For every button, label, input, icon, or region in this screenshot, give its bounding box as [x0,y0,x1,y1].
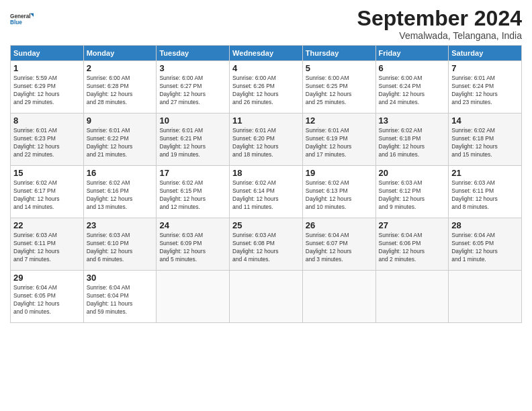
calendar-cell [449,271,522,323]
day-detail: Sunrise: 6:02 AM Sunset: 6:18 PM Dayligh… [379,127,446,159]
day-number: 18 [232,168,300,178]
calendar-cell: 19Sunrise: 6:02 AM Sunset: 6:13 PM Dayli… [302,166,375,218]
col-header-thursday: Thursday [302,46,375,61]
day-detail: Sunrise: 6:04 AM Sunset: 6:04 PM Dayligh… [87,284,154,316]
day-number: 30 [87,273,154,283]
day-number: 22 [13,220,81,230]
day-number: 8 [13,116,81,126]
day-number: 19 [306,168,373,178]
day-detail: Sunrise: 6:01 AM Sunset: 6:23 PM Dayligh… [13,127,81,159]
calendar-table: SundayMondayTuesdayWednesdayThursdayFrid… [10,45,522,323]
calendar-cell: 20Sunrise: 6:03 AM Sunset: 6:12 PM Dayli… [375,166,449,218]
day-number: 6 [379,63,446,73]
day-detail: Sunrise: 6:03 AM Sunset: 6:11 PM Dayligh… [13,232,81,264]
calendar-cell: 16Sunrise: 6:02 AM Sunset: 6:16 PM Dayli… [83,166,157,218]
day-detail: Sunrise: 6:03 AM Sunset: 6:11 PM Dayligh… [451,179,519,212]
calendar-cell: 17Sunrise: 6:02 AM Sunset: 6:15 PM Dayli… [157,166,230,218]
month-title: September 2024 [357,7,522,30]
col-header-friday: Friday [375,46,449,61]
day-number: 4 [232,63,300,73]
day-number: 14 [451,116,519,126]
day-detail: Sunrise: 6:03 AM Sunset: 6:09 PM Dayligh… [159,232,226,264]
calendar-cell: 12Sunrise: 6:01 AM Sunset: 6:19 PM Dayli… [302,113,375,166]
calendar-cell: 14Sunrise: 6:02 AM Sunset: 6:18 PM Dayli… [449,113,522,166]
calendar-cell: 25Sunrise: 6:03 AM Sunset: 6:08 PM Dayli… [230,218,303,271]
day-detail: Sunrise: 6:01 AM Sunset: 6:19 PM Dayligh… [306,127,373,159]
day-detail: Sunrise: 6:00 AM Sunset: 6:24 PM Dayligh… [379,75,446,107]
calendar-cell: 24Sunrise: 6:03 AM Sunset: 6:09 PM Dayli… [157,218,230,271]
calendar-cell: 13Sunrise: 6:02 AM Sunset: 6:18 PM Dayli… [375,113,449,166]
day-detail: Sunrise: 6:03 AM Sunset: 6:08 PM Dayligh… [232,232,300,264]
calendar-cell: 1Sunrise: 5:59 AM Sunset: 6:29 PM Daylig… [11,61,84,113]
day-detail: Sunrise: 6:03 AM Sunset: 6:12 PM Dayligh… [379,179,446,212]
calendar-cell: 5Sunrise: 6:00 AM Sunset: 6:25 PM Daylig… [302,61,375,113]
day-number: 16 [87,168,154,178]
day-detail: Sunrise: 6:01 AM Sunset: 6:22 PM Dayligh… [87,127,154,159]
day-detail: Sunrise: 6:00 AM Sunset: 6:28 PM Dayligh… [87,75,154,107]
day-number: 1 [13,63,81,73]
day-number: 13 [379,116,446,126]
col-header-tuesday: Tuesday [157,46,230,61]
day-detail: Sunrise: 6:02 AM Sunset: 6:18 PM Dayligh… [451,127,519,159]
day-number: 15 [13,168,81,178]
col-header-wednesday: Wednesday [230,46,303,61]
day-number: 26 [306,220,373,230]
day-number: 20 [379,168,446,178]
calendar-cell: 27Sunrise: 6:04 AM Sunset: 6:06 PM Dayli… [375,218,449,271]
calendar-cell: 21Sunrise: 6:03 AM Sunset: 6:11 PM Dayli… [449,166,522,218]
day-number: 9 [87,116,154,126]
day-detail: Sunrise: 5:59 AM Sunset: 6:29 PM Dayligh… [13,75,81,107]
day-detail: Sunrise: 6:02 AM Sunset: 6:16 PM Dayligh… [87,179,154,212]
day-detail: Sunrise: 6:04 AM Sunset: 6:07 PM Dayligh… [306,232,373,264]
day-detail: Sunrise: 6:02 AM Sunset: 6:15 PM Dayligh… [159,179,226,212]
header: General Blue September 2024 Vemalwada, T… [10,7,522,41]
day-detail: Sunrise: 6:01 AM Sunset: 6:24 PM Dayligh… [451,75,519,107]
logo: General Blue [10,7,34,31]
day-detail: Sunrise: 6:00 AM Sunset: 6:26 PM Dayligh… [232,75,300,107]
day-number: 24 [159,220,226,230]
calendar-cell: 4Sunrise: 6:00 AM Sunset: 6:26 PM Daylig… [230,61,303,113]
day-number: 10 [159,116,226,126]
svg-text:General: General [10,13,31,19]
day-number: 29 [13,273,81,283]
calendar-cell: 18Sunrise: 6:02 AM Sunset: 6:14 PM Dayli… [230,166,303,218]
day-number: 27 [379,220,446,230]
svg-text:Blue: Blue [10,19,22,26]
day-detail: Sunrise: 6:04 AM Sunset: 6:05 PM Dayligh… [451,232,519,264]
calendar-cell [157,271,230,323]
calendar-cell [375,271,449,323]
day-detail: Sunrise: 6:02 AM Sunset: 6:17 PM Dayligh… [13,179,81,212]
calendar-cell: 2Sunrise: 6:00 AM Sunset: 6:28 PM Daylig… [83,61,157,113]
col-header-saturday: Saturday [449,46,522,61]
day-detail: Sunrise: 6:02 AM Sunset: 6:14 PM Dayligh… [232,179,300,212]
col-header-sunday: Sunday [11,46,84,61]
day-number: 25 [232,220,300,230]
page: General Blue September 2024 Vemalwada, T… [0,0,532,411]
day-detail: Sunrise: 6:02 AM Sunset: 6:13 PM Dayligh… [306,179,373,212]
calendar-cell: 10Sunrise: 6:01 AM Sunset: 6:21 PM Dayli… [157,113,230,166]
day-number: 28 [451,220,519,230]
day-detail: Sunrise: 6:04 AM Sunset: 6:05 PM Dayligh… [13,284,81,316]
day-detail: Sunrise: 6:03 AM Sunset: 6:10 PM Dayligh… [87,232,154,264]
day-number: 23 [87,220,154,230]
day-detail: Sunrise: 6:04 AM Sunset: 6:06 PM Dayligh… [379,232,446,264]
day-number: 5 [306,63,373,73]
day-number: 17 [159,168,226,178]
calendar-cell: 15Sunrise: 6:02 AM Sunset: 6:17 PM Dayli… [11,166,84,218]
day-number: 3 [159,63,226,73]
calendar-cell: 30Sunrise: 6:04 AM Sunset: 6:04 PM Dayli… [83,271,157,323]
calendar-cell [302,271,375,323]
calendar-cell: 28Sunrise: 6:04 AM Sunset: 6:05 PM Dayli… [449,218,522,271]
calendar-cell: 22Sunrise: 6:03 AM Sunset: 6:11 PM Dayli… [11,218,84,271]
logo-svg: General Blue [10,7,34,31]
day-number: 2 [87,63,154,73]
day-number: 21 [451,168,519,178]
day-number: 12 [306,116,373,126]
day-number: 11 [232,116,300,126]
day-detail: Sunrise: 6:00 AM Sunset: 6:25 PM Dayligh… [306,75,373,107]
calendar-cell: 6Sunrise: 6:00 AM Sunset: 6:24 PM Daylig… [375,61,449,113]
title-block: September 2024 Vemalwada, Telangana, Ind… [357,7,522,41]
calendar-cell: 29Sunrise: 6:04 AM Sunset: 6:05 PM Dayli… [11,271,84,323]
calendar-cell: 8Sunrise: 6:01 AM Sunset: 6:23 PM Daylig… [11,113,84,166]
day-detail: Sunrise: 6:01 AM Sunset: 6:21 PM Dayligh… [159,127,226,159]
